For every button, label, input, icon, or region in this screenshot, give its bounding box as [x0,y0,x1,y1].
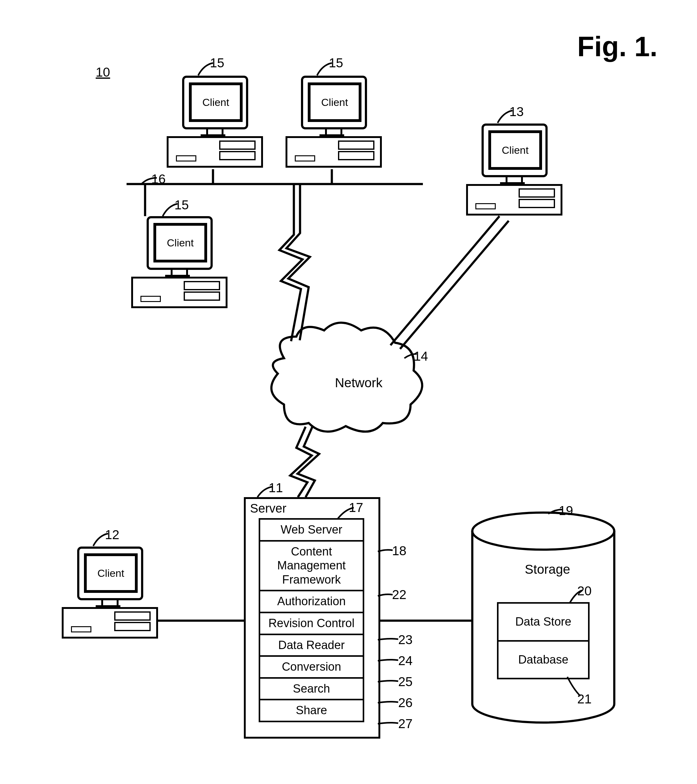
server-title: Server [250,501,286,516]
storage-database: Database [498,642,588,678]
ref-27: 27 [398,716,413,731]
ref-19: 19 [559,503,573,518]
storage-label: Storage [525,562,570,577]
client-label: Client [84,553,138,593]
server-item-cmf: Content Management Framework [259,542,364,591]
ref-10: 10 [96,65,110,80]
server-item-authorization: Authorization [259,591,364,613]
server-box: Server Web Server Content Management Fra… [244,497,380,739]
ref-26: 26 [398,695,413,710]
ref-13: 13 [509,104,524,119]
ref-22: 22 [392,587,406,602]
diagram-canvas: Fig. 1. 10 Client Client Client Client C… [0,0,697,784]
ref-15a: 15 [210,56,224,71]
ref-15c: 15 [174,198,189,212]
ref-15b: 15 [329,56,343,71]
client-label: Client [189,82,243,122]
svg-point-6 [472,512,614,550]
ref-24: 24 [398,653,413,668]
figure-title: Fig. 1. [577,31,658,63]
server-item-share: Share [259,700,364,722]
ref-18: 18 [392,544,406,558]
ref-14: 14 [414,349,428,364]
ref-23: 23 [398,632,413,647]
server-item-conversion: Conversion [259,657,364,679]
ref-25: 25 [398,674,413,689]
ref-16: 16 [151,172,166,186]
ref-20: 20 [577,584,592,598]
ref-11: 11 [268,481,283,495]
ref-12: 12 [105,527,120,542]
client-label: Client [308,82,362,122]
server-item-web-server: Web Server [259,518,364,542]
client-label: Client [153,223,207,262]
client-label: Client [488,130,542,170]
storage-data-store: Data Store [498,604,588,642]
ref-21: 21 [577,692,592,707]
server-item-data-reader: Data Reader [259,635,364,657]
storage-inner: Data Store Database [497,602,590,679]
ref-17: 17 [349,500,363,515]
server-item-search: Search [259,679,364,701]
network-label: Network [335,376,383,390]
server-item-revision: Revision Control [259,613,364,635]
